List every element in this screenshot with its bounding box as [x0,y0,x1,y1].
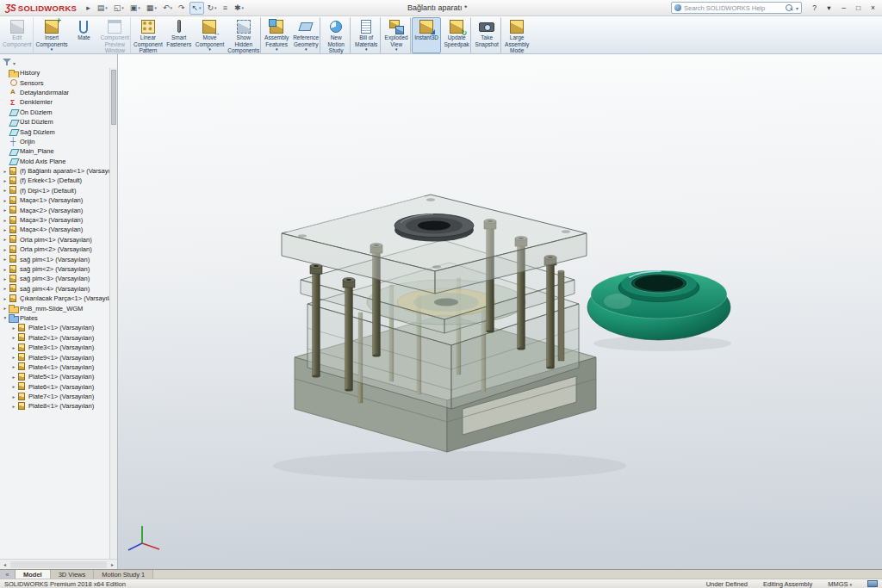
tree-item[interactable]: ▸ Maça<4> (Varsayılan) [0,225,109,234]
molded-part-model[interactable] [587,270,730,340]
mate-button[interactable]: Mate [69,17,98,53]
print-button[interactable]: ▦▾ [144,2,159,15]
expand-arrow-icon[interactable]: ▸ [10,355,17,360]
tree-item[interactable]: ▾ Plates [0,313,109,323]
expand-arrow-icon[interactable]: ▸ [2,286,9,291]
linear-component-pattern-button[interactable]: Linear Component Pattern ▾ [132,17,165,53]
tree-item[interactable]: Ön Düzlem [0,108,109,117]
expand-arrow-icon[interactable]: ▸ [2,276,9,282]
tree-item[interactable]: Denklemler [0,97,109,107]
tree-item[interactable]: Main_Plane [0,146,109,156]
expand-arrow-icon[interactable]: ▸ [2,198,9,203]
maximize-button[interactable]: □ [851,2,866,15]
expand-arrow-icon[interactable]: ▸ [2,267,9,272]
scroll-right-icon[interactable]: ▸ [108,561,117,567]
tree-item[interactable]: ▸ Çıkarılacak Parça<1> (Varsayılan) [0,294,109,303]
undo-button[interactable]: ↶▾ [160,2,175,15]
expand-arrow-icon[interactable]: ▸ [2,188,9,193]
tree-item[interactable]: History [0,68,109,77]
new-document-button[interactable]: ▤▾ [95,2,110,15]
edit-component-button[interactable]: Edit Component [1,17,34,53]
expand-arrow-icon[interactable]: ▸ [10,364,17,369]
tree-item[interactable]: ▸ Plate5<1> (Varsayılan) [0,372,109,381]
tree-item[interactable]: ▸ Plate7<1> (Varsayılan) [0,392,109,401]
expand-arrow-icon[interactable]: ▸ [10,404,17,409]
tree-item[interactable]: ▸ sağ pim<2> (Varsayılan) [0,264,109,274]
tree-item[interactable]: ▸ sağ pim<1> (Varsayılan) [0,254,109,263]
large-assembly-mode-button[interactable]: Large Assembly Mode [502,17,531,53]
expand-arrow-icon[interactable]: ▸ [2,296,9,301]
tree-vertical-scrollbar[interactable] [109,68,117,559]
expand-arrow-icon[interactable]: ▸ [10,345,17,350]
bill-of-materials-button[interactable]: Bill of Materials ▾ [351,17,381,53]
expand-arrow-icon[interactable]: ▸ [2,207,9,213]
expand-arrow-icon[interactable]: ▸ [2,218,9,223]
tree-item[interactable]: ▸ Orta pim<1> (Varsayılan) [0,235,109,244]
model-3d-view[interactable] [118,54,882,569]
tree-item[interactable]: Sağ Düzlem [0,127,109,136]
tree-item[interactable]: Mold Axis Plane [0,157,109,166]
tree-item[interactable]: ▸ (f) Dişi<1> (Default) [0,186,109,195]
reference-geometry-button[interactable]: Reference Geometry ▾ [291,17,320,53]
assembly-features-button[interactable]: Assembly Features ▾ [262,17,291,53]
rebuild-button[interactable]: ↻▾ [205,2,220,15]
tree-item[interactable]: ▸ Plate9<1> (Varsayılan) [0,352,109,362]
update-speedpak-button[interactable]: Update Speedpak [442,17,471,53]
save-button[interactable]: ▣▾ [127,2,143,15]
expand-arrow-icon[interactable]: ▸ [2,169,9,174]
scroll-left-icon[interactable]: ◂ [0,561,9,567]
expand-arrow-icon[interactable]: ▸ [2,237,9,242]
tree-item[interactable]: ▸ Orta pim<2> (Varsayılan) [0,244,109,254]
help-button[interactable]: ? [807,2,822,15]
tree-item[interactable]: Detaylandırmalar [0,88,109,97]
filter-funnel-icon[interactable] [3,58,11,65]
tree-item[interactable]: ▸ (f) Erkek<1> (Default) [0,176,109,185]
expand-arrow-icon[interactable]: ▸ [10,394,17,399]
tree-item[interactable]: ▸ Plate6<1> (Varsayılan) [0,382,109,392]
tree-item[interactable]: Orijin [0,137,109,146]
tree-item[interactable]: Üst Düzlem [0,117,109,127]
redo-button[interactable]: ↷ [176,2,189,15]
take-snapshot-button[interactable]: Take Snapshot [472,17,501,53]
file-properties-button[interactable]: ≡ [220,2,231,15]
new-motion-study-button[interactable]: New Motion Study [321,17,351,53]
tree-item[interactable]: ▸ sağ pim<4> (Varsayılan) [0,284,109,294]
tree-horizontal-scrollbar[interactable]: ◂ ▸ [0,559,117,569]
tab-model[interactable]: Model [16,570,51,579]
tree-item[interactable]: ▸ Plate3<1> (Varsayılan) [0,343,109,352]
options-button[interactable]: ✱▾ [232,2,246,15]
insert-components-button[interactable]: Insert Components ▾ [34,17,70,53]
search-icon[interactable] [786,4,793,12]
open-button[interactable]: ◱▾ [111,2,127,15]
expand-arrow-icon[interactable]: ▸ [10,325,17,331]
instant3d-button[interactable]: Instant3D [412,17,441,53]
expand-arrow-icon[interactable]: ▸ [2,178,9,183]
tree-item[interactable]: Sensors [0,77,109,87]
filter-chevron-icon[interactable] [13,54,16,69]
tab-scroll-icon[interactable]: « [0,570,16,579]
component-preview-window-button[interactable]: Component Preview Window [98,17,131,53]
scrollbar-track[interactable] [10,561,107,568]
toolbar-flyout-button[interactable]: ▸ [84,2,94,15]
select-button[interactable]: ↖▾ [189,2,204,15]
tree-item[interactable]: ▸ (f) Bağlantı aparatı<1> (Varsayılan) [0,166,109,176]
tree-item[interactable]: ▸ sağ pim<3> (Varsayılan) [0,274,109,283]
exploded-view-button[interactable]: Exploded View ▾ [382,17,411,53]
tree-item[interactable]: ▸ Plate2<1> (Varsayılan) [0,333,109,343]
help-chevron-button[interactable]: ▾ [822,2,836,15]
show-hidden-components-button[interactable]: Show Hidden Components [226,17,261,53]
scrollbar-thumb[interactable] [111,70,116,125]
expand-arrow-icon[interactable]: ▸ [2,247,9,252]
expand-arrow-icon[interactable]: ▾ [2,315,9,320]
units-selector[interactable]: MMGS [828,580,852,588]
search-chevron-icon[interactable] [796,3,798,12]
tree-item[interactable]: ▸ Maça<2> (Varsayılan) [0,205,109,214]
expand-arrow-icon[interactable]: ▸ [2,227,9,232]
tree-item[interactable]: ▸ Plate4<1> (Varsayılan) [0,362,109,372]
tree-item[interactable]: ▸ Maça<3> (Varsayılan) [0,215,109,225]
expand-arrow-icon[interactable]: ▸ [10,374,17,380]
close-button[interactable]: × [866,2,880,15]
tab-motion-study-1[interactable]: Motion Study 1 [94,570,153,579]
minimize-button[interactable]: – [836,2,851,15]
help-search-box[interactable]: Search SOLIDWORKS Help [671,2,802,14]
